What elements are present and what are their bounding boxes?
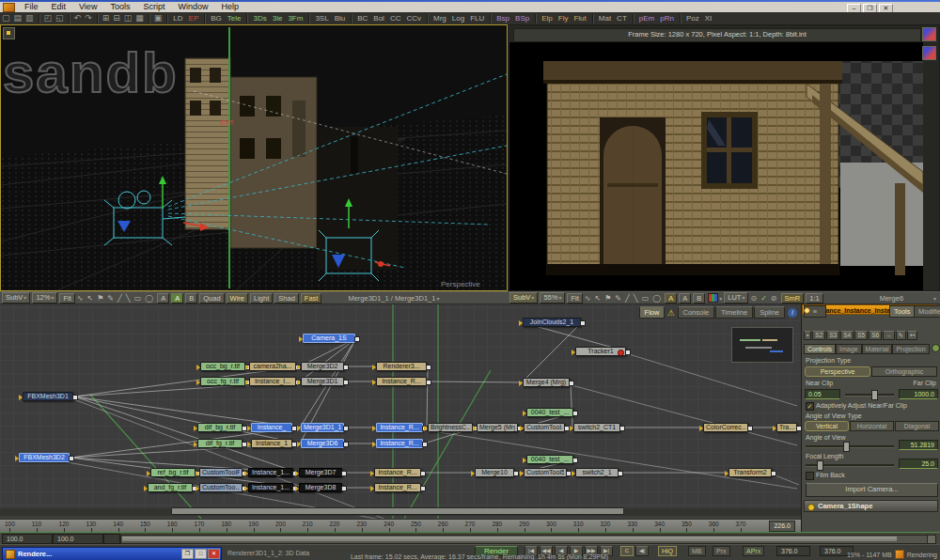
- option-orthographic[interactable]: Orthographic: [871, 366, 937, 377]
- version-icon-1[interactable]: ✎: [896, 331, 906, 340]
- toolbar-icon-4[interactable]: ◱: [54, 13, 66, 23]
- buffer-a2-button-left[interactable]: A: [171, 293, 183, 303]
- toolbar-icon-5[interactable]: ↶: [72, 13, 84, 23]
- flow-node[interactable]: JoinClouds2_1: [523, 318, 581, 327]
- flow-node[interactable]: dif_fg_r.tif: [197, 439, 243, 448]
- viewport-3d[interactable]: EXT Perspective sandb: [0, 24, 508, 291]
- flow-node[interactable]: Instance_R...: [374, 483, 421, 492]
- flow-node[interactable]: Instance_R...: [376, 377, 427, 386]
- toolbar-button-bsp[interactable]: Bsp: [494, 13, 512, 23]
- version-button-s4[interactable]: S4: [840, 331, 854, 340]
- flow-node[interactable]: occ_bg_r.tif: [200, 362, 245, 371]
- viewport-render[interactable]: Frame Size: 1280 x 720, Pixel Aspect: 1:…: [508, 24, 940, 291]
- selector-dropdown-icon[interactable]: ▾: [932, 295, 936, 302]
- subtab-image[interactable]: Image: [836, 344, 861, 354]
- focal-field[interactable]: 25.0: [899, 459, 938, 469]
- flow-node[interactable]: camera2ha...: [249, 362, 296, 371]
- flow-tab-timeline[interactable]: Timeline: [715, 306, 753, 319]
- option-vertical[interactable]: Vertical: [805, 421, 849, 431]
- checkmark-icon[interactable]: ✓: [759, 294, 769, 303]
- vp-tool-icon-0[interactable]: ∿: [583, 294, 593, 303]
- toolbar-button-ccv[interactable]: CCv: [403, 13, 424, 23]
- toolbar-icon-3[interactable]: ◰: [42, 13, 55, 23]
- flow-node[interactable]: Instance_1: [251, 439, 292, 448]
- flow-node[interactable]: FBXMesh3D2: [19, 453, 70, 462]
- toggle-prx[interactable]: Prx: [713, 546, 730, 556]
- buffer-a-button-left[interactable]: A: [157, 293, 169, 303]
- version-button-s6[interactable]: S6: [869, 331, 882, 340]
- toolbar-icon-7[interactable]: ⊞: [101, 13, 112, 23]
- toolbar-button-3ds[interactable]: 3Ds: [250, 13, 269, 23]
- time-scrollbar-end[interactable]: [927, 535, 936, 544]
- flow-node[interactable]: Merge3D8: [299, 483, 342, 492]
- frame-field-a[interactable]: 376.0: [776, 546, 810, 556]
- toolbar-button-cc[interactable]: CC: [387, 13, 404, 23]
- toolbar-button-mrg[interactable]: Mrg: [431, 13, 449, 23]
- vp-tool-icon-3[interactable]: ✎: [613, 294, 623, 303]
- flow-node[interactable]: Merge5 (Mrg): [477, 423, 518, 432]
- subv-button-right[interactable]: SubV▾: [509, 292, 538, 303]
- menu-window[interactable]: Window: [171, 2, 214, 12]
- flow-node[interactable]: occ_fg_r.tif: [200, 377, 245, 386]
- toolbar-button-elp[interactable]: Elp: [539, 13, 556, 23]
- flow-node[interactable]: Merge4 (Mrg): [523, 378, 570, 387]
- ratio-button[interactable]: 1:1: [806, 293, 822, 303]
- flow-node[interactable]: Merge3D2: [301, 362, 344, 371]
- panel-tab-tools[interactable]: Tools: [889, 305, 916, 318]
- viewport-tool-button-1[interactable]: [922, 27, 936, 41]
- toolbar-button-bc[interactable]: BC: [354, 13, 370, 23]
- flow-minimap[interactable]: [731, 327, 793, 363]
- flow-node[interactable]: CustomToolF: [199, 468, 243, 477]
- toolbar-icon-8[interactable]: ⊟: [111, 13, 122, 23]
- toolbar-button-fly[interactable]: Fly: [556, 13, 572, 23]
- toolbar-button-3fm[interactable]: 3Fm: [285, 13, 306, 23]
- vp-tool-icon-7[interactable]: ◯: [650, 294, 663, 303]
- toolbar-button-tele[interactable]: Tele: [225, 13, 244, 23]
- toolbar-button-xi[interactable]: XI: [702, 13, 715, 23]
- flow-node[interactable]: switch2_1: [575, 468, 619, 477]
- version-icon-2[interactable]: ↤: [907, 331, 917, 340]
- version-button-s3[interactable]: S3: [826, 331, 839, 340]
- flow-node[interactable]: Merge10: [475, 468, 514, 477]
- option-horizontal[interactable]: Horizontal: [850, 421, 894, 431]
- subtab-material[interactable]: Material: [862, 344, 893, 354]
- render-window-restore[interactable]: ❐: [181, 549, 194, 559]
- vp-tool-icon-5[interactable]: ╲: [632, 294, 640, 303]
- menu-view[interactable]: View: [72, 2, 103, 12]
- minimized-render-window[interactable]: Rendere... ❐ □ ✕: [2, 547, 222, 560]
- flow-node-graph[interactable]: Flow⚠ConsoleTimelineSplinei JoinClouds2_…: [0, 304, 801, 519]
- toolbar-button-bsp[interactable]: BSp: [512, 13, 532, 23]
- toolbar-button-log[interactable]: Log: [449, 13, 467, 23]
- toolbar-button-bol[interactable]: Bol: [370, 13, 387, 23]
- version-button-s2[interactable]: S2: [812, 331, 825, 340]
- flow-node[interactable]: Camera_1S: [303, 334, 355, 343]
- menu-script[interactable]: Script: [136, 2, 171, 12]
- focal-slider[interactable]: [806, 464, 894, 467]
- toolbar-button-mat[interactable]: Mat: [596, 13, 614, 23]
- toolbar-icon-1[interactable]: ▤: [12, 13, 24, 23]
- lock-icon[interactable]: ⊙: [748, 294, 759, 303]
- zoom-level-right[interactable]: 55%▾: [540, 292, 565, 303]
- film-back-checkbox[interactable]: [806, 472, 814, 480]
- info-tab-icon[interactable]: i: [788, 308, 797, 318]
- flow-tab-console[interactable]: Console: [678, 306, 715, 319]
- light-toggle[interactable]: Light: [250, 293, 273, 303]
- flow-node[interactable]: 0040_test_...: [526, 408, 573, 417]
- vp-tool-icon-1[interactable]: ↖: [85, 294, 95, 303]
- flow-node[interactable]: Instance_R...: [376, 439, 423, 448]
- view-selector-right[interactable]: Merge6: [880, 294, 903, 303]
- flow-node[interactable]: Renderer3...: [376, 362, 427, 371]
- toolbar-icon-9[interactable]: ◫: [122, 13, 134, 23]
- menu-help[interactable]: Help: [214, 2, 245, 12]
- vp-tool-icon-6[interactable]: ▭: [133, 294, 144, 303]
- flow-node[interactable]: Instance_R...: [374, 468, 421, 477]
- panel-tab-modifiers[interactable]: Modifiers: [914, 305, 940, 318]
- smr-toggle[interactable]: SmR: [781, 293, 805, 303]
- fit-button-right[interactable]: Fit: [567, 293, 582, 303]
- toolbar-button-blu[interactable]: Blu: [332, 13, 349, 23]
- zoom-level-left[interactable]: 12%▾: [32, 292, 57, 303]
- flow-hscroll-handle[interactable]: [171, 507, 624, 515]
- buffer-a-button-right[interactable]: A: [665, 293, 677, 303]
- toolbar-icon-6[interactable]: ↷: [83, 13, 94, 23]
- flow-node[interactable]: Tracker1: [575, 347, 626, 356]
